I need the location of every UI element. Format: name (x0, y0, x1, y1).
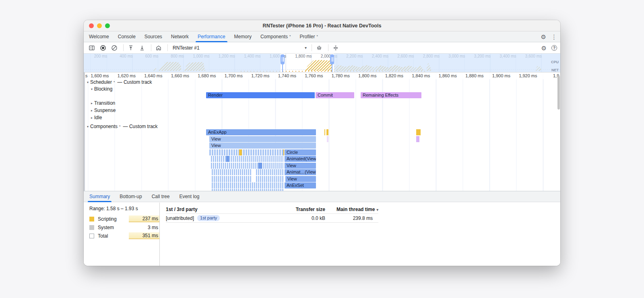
performance-toolbar: RNTester #1 ▾ ⚙ ? (84, 42, 560, 54)
tab-summary[interactable]: Summary (85, 191, 115, 202)
tab-components[interactable]: Components* (256, 31, 295, 42)
collapse-arrow-icon: ▾ (85, 125, 90, 128)
tab-bottom-up[interactable]: Bottom-up (115, 191, 147, 202)
panel-settings-gear-icon[interactable]: ⚙ (541, 45, 547, 51)
clear-icon[interactable] (109, 43, 119, 52)
render-span[interactable]: Render (206, 92, 315, 98)
tab-label: Console (118, 34, 136, 39)
flame-bar-view[interactable]: View (285, 176, 316, 182)
flame-slivers[interactable] (212, 176, 284, 182)
scripting-mark[interactable] (283, 149, 284, 155)
legend-value: 237 ms (129, 215, 159, 222)
selection-handle-left[interactable] (281, 54, 285, 64)
commit-span[interactable]: Commit (316, 92, 354, 98)
ruler-tick-label: 1,680 ms (191, 72, 218, 79)
ruler-tick-label: 1,900 ms (485, 72, 512, 79)
col-party: 1st / 3rd party (166, 207, 280, 212)
download-profile-icon[interactable] (137, 43, 147, 52)
gc-brush-icon[interactable] (314, 43, 324, 52)
legend-row-total: Total 351 ms (89, 232, 159, 240)
track-label: Scheduler (90, 79, 112, 85)
toolbar-divider (151, 44, 151, 51)
summary-panel: Range: 1.58 s – 1.93 s Scripting 237 ms … (84, 203, 560, 266)
sliver-gap (252, 169, 256, 175)
flame-slivers[interactable] (211, 163, 284, 169)
track-blocking[interactable]: ▾ Blocking (89, 86, 112, 92)
overview-tick-label: 1,800 ms (288, 54, 314, 59)
tab-label: Components (260, 34, 288, 39)
total-swatch (89, 234, 94, 238)
first-party-badge: 1st party (197, 215, 220, 221)
flame-chart[interactable]: ▸ Timings 1,600 ms1,620 ms1,640 ms1,660 … (84, 72, 560, 191)
track-scheduler[interactable]: ▾ Scheduler * — Custom track (85, 79, 152, 85)
record-icon[interactable] (98, 43, 108, 52)
track-transition[interactable]: ▸ Transition (89, 100, 115, 106)
tab-profiler[interactable]: Profiler* (295, 31, 322, 42)
target-selector-value: RNTester #1 (173, 45, 200, 51)
flame-slivers[interactable] (212, 169, 284, 175)
tab-console[interactable]: Console (114, 31, 140, 42)
col-main-thread-time[interactable]: Main thread time▾ (325, 207, 378, 212)
party-table-row[interactable]: [unattributed] 1st party 0.0 kB 239.8 ms (166, 214, 378, 223)
toolbar-divider (167, 44, 168, 51)
flame-bar-view[interactable]: View (209, 136, 316, 142)
track-label: Transition (94, 100, 115, 106)
summary-legend: Range: 1.58 s – 1.93 s Scripting 237 ms … (84, 203, 160, 266)
toolbar-divider (312, 44, 312, 51)
upload-profile-icon[interactable] (126, 43, 136, 52)
tab-label: Welcome (89, 34, 109, 39)
scripting-mark[interactable] (326, 129, 328, 135)
scripting-block[interactable] (416, 129, 421, 135)
selection-handle-right[interactable] (330, 54, 334, 64)
flame-bar-anexapp[interactable]: AnExApp (206, 129, 316, 135)
tab-call-tree[interactable]: Call tree (147, 191, 175, 202)
selected-sliver[interactable] (258, 163, 262, 169)
track-components[interactable]: ▾ Components * — Custom track (85, 123, 158, 130)
effect-block[interactable] (416, 136, 419, 142)
flame-bar-view[interactable]: View (285, 163, 316, 169)
flame-bar-anexset[interactable]: AnExSet (285, 182, 316, 188)
tab-performance[interactable]: Performance (193, 31, 230, 42)
legend-row-system: System 3 ms (89, 223, 159, 232)
track-suffix: — Custom track (123, 124, 158, 129)
track-label: Suspense (94, 108, 116, 113)
tab-network[interactable]: Network (167, 31, 193, 42)
timeline-overview[interactable]: 200 ms400 ms600 ms800 ms1,000 ms1,200 ms… (84, 54, 560, 72)
col-transfer-size: Transfer size (280, 207, 325, 212)
tab-sources[interactable]: Sources (140, 31, 167, 42)
scripting-mark[interactable] (324, 129, 325, 135)
scripting-mark[interactable] (239, 149, 242, 155)
tab-welcome[interactable]: Welcome (85, 31, 114, 42)
flame-bar-circle[interactable]: Circle (285, 149, 316, 155)
tab-event-log[interactable]: Event log (174, 191, 204, 202)
ruler-tick-label: 1,760 ms (298, 72, 325, 79)
home-icon[interactable] (154, 43, 163, 52)
tab-label: Network (171, 34, 189, 39)
effect-mark[interactable] (327, 136, 328, 142)
track-idle[interactable]: ▸ Idle (89, 114, 102, 121)
flame-bar-animated-view[interactable]: Animat…(View) (285, 169, 316, 175)
settings-gear-icon[interactable]: ⚙ (541, 34, 546, 40)
collapse-arrow-icon: ▾ (85, 81, 90, 84)
flame-slivers[interactable] (211, 156, 284, 162)
remaining-effects-span[interactable]: Remaining Effects (361, 92, 421, 98)
net-lane-label: NET (551, 68, 559, 72)
help-icon[interactable]: ? (551, 45, 557, 51)
flame-slivers[interactable] (212, 182, 284, 188)
flame-bar-view[interactable]: View (209, 143, 316, 149)
target-selector[interactable]: RNTester #1 ▾ (170, 43, 309, 52)
flame-bar-animated-view[interactable]: Animated(View) (285, 156, 316, 162)
left-scrollbar-track[interactable] (84, 72, 85, 191)
panel-left-icon[interactable] (87, 43, 97, 52)
selected-sliver[interactable] (226, 156, 229, 162)
vertical-scrollbar-thumb[interactable] (557, 76, 560, 110)
range-label: Range: 1.58 s – 1.93 s (89, 206, 159, 211)
ruler-tick-label: 1,860 ms (432, 72, 459, 79)
track-suffix: — Custom track (118, 79, 152, 85)
tab-memory[interactable]: Memory (230, 31, 256, 42)
fit-view-icon[interactable] (331, 43, 341, 52)
kebab-menu-icon[interactable]: ⋮ (551, 34, 557, 40)
track-suspense[interactable]: ▸ Suspense (89, 107, 116, 114)
tab-label: Event log (179, 194, 199, 199)
flame-slivers[interactable] (209, 149, 284, 155)
